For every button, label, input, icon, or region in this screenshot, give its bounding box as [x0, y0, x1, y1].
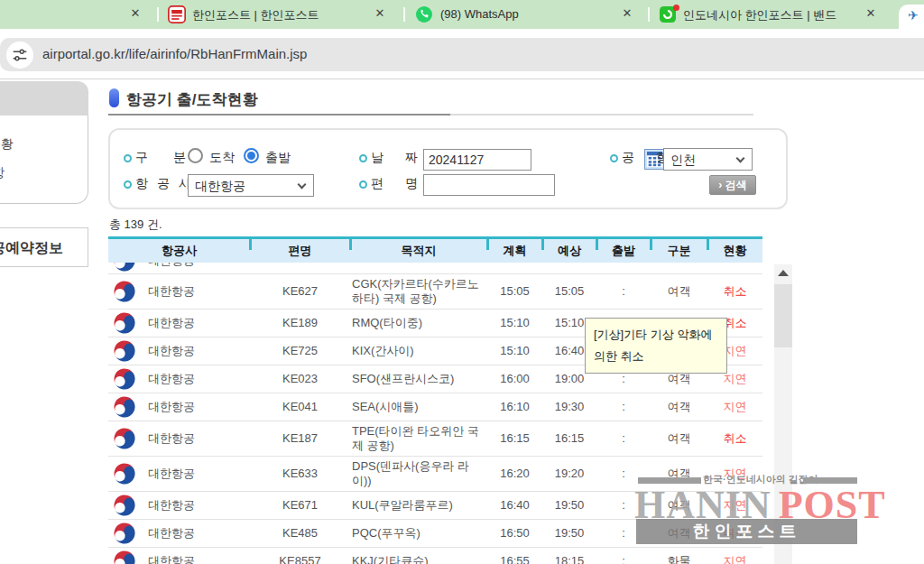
korean-air-logo-icon	[110, 491, 139, 520]
url-text: airportal.go.kr/life/airinfo/RbHanFrmMai…	[42, 46, 307, 61]
cell-airline: 대한항공	[108, 263, 250, 272]
table-row[interactable]: 대한항공KE627CGK(자카르타(수카르노 하타) 국제 공항)15:0515…	[108, 274, 762, 310]
cell-flight: KE725	[250, 344, 350, 358]
departure-radio-label[interactable]: 출발	[265, 150, 291, 166]
date-input[interactable]	[423, 149, 531, 171]
korean-air-logo-icon	[110, 337, 139, 365]
tab-band[interactable]: 인도네시아 한인포스트 | 밴드	[683, 7, 836, 23]
cell-airline: 대한항공	[108, 550, 250, 564]
cell-plan: 15:05	[487, 284, 542, 299]
cell-dest: TPE(타이완 타오위안 국제 공항)	[350, 424, 487, 453]
cell-plan: 16:40	[487, 498, 542, 513]
chevron-down-icon	[298, 180, 307, 190]
airline-name: 대한항공	[148, 526, 195, 541]
table-scrollbar[interactable]	[774, 264, 792, 564]
active-tab[interactable]: ✈	[899, 5, 924, 29]
column-header: 계획	[487, 243, 542, 259]
table-row[interactable]: 대한항공KE485PQC(푸꾸옥)16:5019:50:여객취소	[108, 520, 762, 548]
scrollbar-thumb[interactable]	[774, 284, 792, 347]
total-count: 총 139 건.	[109, 217, 162, 233]
airline-name: 대한항공	[148, 554, 195, 564]
cell-flight: KE627	[250, 284, 350, 299]
page-title: 항공기 출/도착현황	[126, 89, 257, 110]
cell-status: 지연	[707, 400, 762, 414]
cell-plan: 16:00	[487, 372, 542, 386]
cell-dest: DPS(덴파사(응우라 라이))	[350, 459, 487, 488]
cell-flight: KE8557	[250, 554, 350, 564]
site-info-icon[interactable]	[6, 42, 33, 69]
table-row[interactable]: 대한항공KE041SEA(시애틀)16:1019:30:여객지연	[108, 393, 762, 421]
column-header: 구분	[651, 243, 707, 259]
close-icon[interactable]: ✕	[619, 6, 635, 20]
korean-air-logo-icon	[110, 424, 139, 453]
airline-name: 대한항공	[148, 467, 195, 481]
close-icon[interactable]: ✕	[127, 6, 143, 20]
flight-search-form: 구 분 도착 출발 날 짜 공 항 인천 항 공 사 대한항공 편 명 › 검색	[108, 128, 788, 209]
cell-dest: SFO(샌프란시스코)	[350, 372, 487, 386]
table-row[interactable]: 대한항공	[108, 263, 762, 274]
bullet-icon	[359, 180, 367, 189]
tab-whatsapp[interactable]: (98) WhatsApp	[440, 7, 519, 21]
cell-flight: KE189	[250, 316, 350, 330]
sidebar-item-fragment[interactable]: 항	[0, 165, 5, 181]
close-icon[interactable]: ✕	[372, 6, 388, 20]
cell-airline: 대한항공	[108, 495, 250, 516]
search-button[interactable]: › 검색	[709, 175, 756, 195]
watermark-bar	[803, 477, 857, 484]
whatsapp-icon	[416, 6, 434, 24]
gubun-label: 구 분	[135, 150, 186, 166]
table-row[interactable]: 대한항공KE187TPE(타이완 타오위안 국제 공항)16:1516:15:여…	[108, 421, 762, 457]
airport-label: 공 항	[622, 150, 669, 166]
table-row[interactable]: 대한항공KE8557KKJ(기타큐슈)16:5518:15:화물지연	[108, 548, 762, 564]
cell-plan: 16:20	[487, 467, 542, 481]
table-row[interactable]: 대한항공KE633DPS(덴파사(응우라 라이))16:2019:20:여객지연	[108, 457, 762, 492]
table-row[interactable]: 대한항공KE671KUL(쿠알라룸푸르)16:4019:50:여객지연	[108, 492, 762, 520]
column-header: 출발	[596, 243, 651, 259]
column-header: 예상	[542, 243, 596, 259]
cell-type: 여객	[651, 431, 707, 446]
airline-name: 대한항공	[148, 316, 195, 330]
tooltip-line: [기상]기타 기상 악화에	[594, 324, 718, 346]
arrival-radio[interactable]	[188, 148, 203, 163]
cell-type: 여객	[651, 372, 707, 386]
header-tick	[596, 239, 598, 250]
sidebar-item-fragment[interactable]: 황	[1, 136, 14, 153]
scroll-up-arrow-icon[interactable]	[778, 270, 789, 276]
airline-select-value: 대한항공	[195, 179, 245, 195]
airport-select[interactable]: 인천	[663, 148, 753, 171]
close-icon[interactable]: ✕	[863, 6, 879, 20]
cell-status: 지연	[707, 372, 762, 386]
korean-air-logo-icon	[110, 263, 139, 274]
cell-flight: KE633	[250, 467, 350, 481]
cell-flight: KE041	[250, 400, 350, 414]
departure-radio[interactable]	[244, 148, 259, 163]
cell-airline: 대한항공	[108, 312, 250, 334]
airline-name: 대한항공	[148, 431, 195, 446]
date-label: 날 짜	[371, 150, 418, 166]
cell-plan: 16:55	[487, 554, 542, 564]
cell-plan: 16:15	[487, 431, 542, 446]
cell-dep: :	[596, 431, 651, 446]
address-bar[interactable]: airportal.go.kr/life/airinfo/RbHanFrmMai…	[0, 38, 924, 71]
cell-est: 16:15	[542, 431, 596, 446]
arrival-radio-label[interactable]: 도착	[209, 150, 235, 166]
cell-dest: SEA(시애틀)	[350, 400, 487, 414]
cell-dep: :	[596, 526, 651, 541]
sidebar-reservation-box[interactable]: 공예약정보	[0, 227, 88, 267]
bullet-icon	[610, 154, 618, 162]
airline-name: 대한항공	[148, 263, 195, 268]
table-header-row: 항공사편명목적지계획예상출발구분현황	[108, 236, 762, 263]
flight-number-input[interactable]	[423, 174, 555, 196]
sidebar-menu-box: 황 항	[0, 81, 88, 204]
bullet-icon	[124, 180, 132, 189]
status-tooltip: [기상]기타 기상 악화에 의한 취소	[585, 318, 727, 374]
airline-select[interactable]: 대한항공	[188, 174, 314, 197]
cell-dep: :	[596, 372, 651, 386]
airline-name: 대한항공	[148, 498, 195, 513]
tab-separator	[648, 7, 650, 22]
title-divider	[108, 114, 753, 116]
korean-air-logo-icon	[110, 547, 139, 564]
browser-toolbar: airportal.go.kr/life/airinfo/RbHanFrmMai…	[0, 29, 924, 79]
tab-haninpost[interactable]: 한인포스트 | 한인포스트	[192, 7, 319, 23]
korean-air-logo-icon	[110, 365, 139, 393]
